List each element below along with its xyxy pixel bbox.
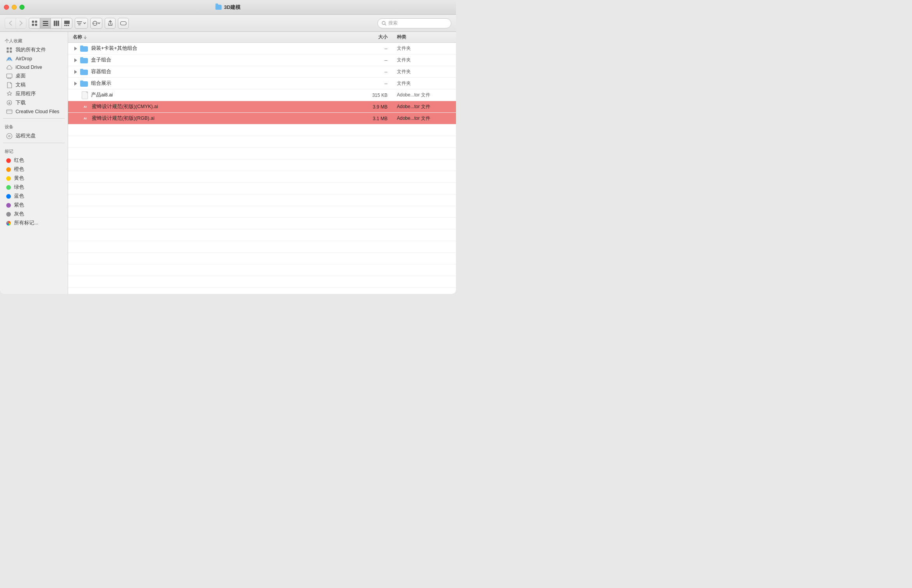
svg-rect-25 — [10, 47, 12, 50]
tag-dot-orange — [6, 167, 11, 172]
sidebar-item-tag-yellow[interactable]: 黄色 — [2, 174, 66, 183]
tag-dot-yellow — [6, 176, 11, 181]
table-row-empty — [68, 148, 456, 159]
sidebar-item-tag-orange[interactable]: 橙色 — [2, 165, 66, 174]
sidebar-separator-2 — [3, 143, 65, 143]
sidebar-item-tag-red[interactable]: 红色 — [2, 156, 66, 165]
window-title: 3D建模 — [216, 4, 241, 11]
sort-button[interactable] — [75, 18, 88, 29]
airdrop-icon — [6, 56, 12, 62]
icloud-label: iCloud Drive — [16, 65, 42, 70]
sidebar-item-airdrop[interactable]: AirDrop — [2, 54, 66, 63]
svg-rect-4 — [43, 21, 48, 22]
svg-rect-14 — [77, 21, 82, 22]
sidebar-separator-1 — [3, 118, 65, 119]
file-size: -- — [355, 46, 394, 51]
titlebar: 3D建模 — [0, 0, 456, 15]
tag-dot-purple — [6, 203, 11, 208]
sidebar-item-tag-green[interactable]: 绿色 — [2, 183, 66, 192]
cc-icon — [6, 108, 12, 115]
tag-purple-label: 紫色 — [14, 202, 24, 208]
sidebar-item-documents[interactable]: 文稿 — [2, 80, 66, 89]
grid-icon — [6, 47, 12, 53]
svg-rect-16 — [78, 24, 81, 25]
table-row[interactable]: Ai 蜜蜂设计规范(初版)(CMYK).ai 3.9 MB Adobe...to… — [68, 101, 456, 113]
tag-yellow-label: 黄色 — [14, 175, 24, 182]
nav-buttons — [5, 18, 26, 29]
expand-icon — [74, 58, 77, 62]
file-row-name: Ai 蜜蜂设计规范(初版)(RGB).ai — [68, 115, 355, 122]
sidebar-item-all-files[interactable]: 我的所有文件 — [2, 46, 66, 54]
svg-rect-3 — [35, 24, 37, 26]
table-row-empty — [68, 171, 456, 183]
sidebar-item-icloud[interactable]: iCloud Drive — [2, 63, 66, 72]
table-row[interactable]: 盒子组合 -- 文件夹 — [68, 54, 456, 66]
file-list-header: 名称 大小 种类 — [68, 32, 456, 43]
table-row-empty — [68, 136, 456, 148]
table-row-empty — [68, 183, 456, 194]
forward-button[interactable] — [16, 18, 26, 29]
all-files-label: 我的所有文件 — [16, 47, 46, 53]
folder-icon — [80, 80, 88, 87]
ai-file-icon: Ai — [82, 103, 89, 111]
svg-rect-10 — [64, 21, 70, 24]
table-row[interactable]: 产品ai8.ai 315 KB Adobe...tor 文件 — [68, 89, 456, 101]
file-size: 315 KB — [355, 93, 394, 98]
svg-rect-24 — [7, 47, 9, 50]
table-row[interactable]: Ai 蜜蜂设计规范(初版)(RGB).ai 3.1 MB Adobe...tor… — [68, 113, 456, 124]
tag-gray-label: 灰色 — [14, 211, 24, 217]
table-row-empty — [68, 229, 456, 241]
sidebar-item-tag-purple[interactable]: 紫色 — [2, 201, 66, 210]
col-size-header: 大小 — [355, 34, 394, 40]
tags-section-label: 标记 — [0, 145, 68, 156]
tag-orange-label: 橙色 — [14, 166, 24, 173]
table-row[interactable]: 袋装+卡装+其他组合 -- 文件夹 — [68, 43, 456, 54]
svg-rect-21 — [121, 21, 126, 25]
sidebar-item-desktop[interactable]: 桌面 — [2, 72, 66, 80]
svg-rect-8 — [56, 21, 57, 26]
file-kind: 文件夹 — [394, 45, 456, 52]
tag-green-label: 绿色 — [14, 184, 24, 191]
close-button[interactable] — [4, 5, 9, 10]
list-view-button[interactable] — [40, 18, 51, 29]
col-name-header[interactable]: 名称 — [68, 34, 355, 40]
table-row-empty — [68, 194, 456, 206]
ai-file-icon: Ai — [82, 115, 89, 122]
personal-section-label: 个人收藏 — [0, 35, 68, 46]
column-view-button[interactable] — [51, 18, 61, 29]
svg-point-22 — [382, 21, 385, 24]
table-row-empty — [68, 276, 456, 288]
sidebar-item-dvd[interactable]: 远程光盘 — [2, 131, 66, 140]
path-button[interactable] — [118, 18, 129, 29]
tag-red-label: 红色 — [14, 157, 24, 164]
svg-rect-11 — [64, 25, 66, 26]
devices-section-label: 设备 — [0, 121, 68, 131]
sidebar-item-downloads[interactable]: 下载 — [2, 98, 66, 107]
minimize-button[interactable] — [12, 5, 17, 10]
sidebar-item-all-tags[interactable]: 所有标记... — [2, 219, 66, 228]
file-row-name: 产品ai8.ai — [68, 91, 355, 99]
table-row-empty — [68, 206, 456, 218]
search-bar[interactable]: 搜索 — [377, 18, 451, 28]
sidebar-item-tag-gray[interactable]: 灰色 — [2, 210, 66, 219]
table-row-empty — [68, 218, 456, 229]
sidebar-item-cc[interactable]: Creative Cloud Files — [2, 107, 66, 116]
tag-dot-all — [6, 221, 11, 226]
gallery-view-button[interactable] — [61, 18, 72, 29]
sidebar-item-apps[interactable]: 应用程序 — [2, 89, 66, 98]
table-row[interactable]: 组合展示 -- 文件夹 — [68, 78, 456, 89]
svg-rect-1 — [35, 21, 37, 23]
share-button[interactable] — [105, 18, 116, 29]
table-row[interactable]: 容器组合 -- 文件夹 — [68, 66, 456, 78]
svg-rect-7 — [54, 21, 55, 26]
file-size: 3.9 MB — [355, 104, 394, 110]
file-size: 3.1 MB — [355, 116, 394, 121]
back-button[interactable] — [5, 18, 16, 29]
maximize-button[interactable] — [19, 5, 25, 10]
icon-view-button[interactable] — [29, 18, 40, 29]
toolbar: 搜索 — [0, 15, 456, 32]
action-button[interactable] — [90, 18, 102, 29]
traffic-lights — [4, 5, 25, 10]
folder-icon — [80, 69, 88, 75]
sidebar-item-tag-blue[interactable]: 蓝色 — [2, 192, 66, 201]
